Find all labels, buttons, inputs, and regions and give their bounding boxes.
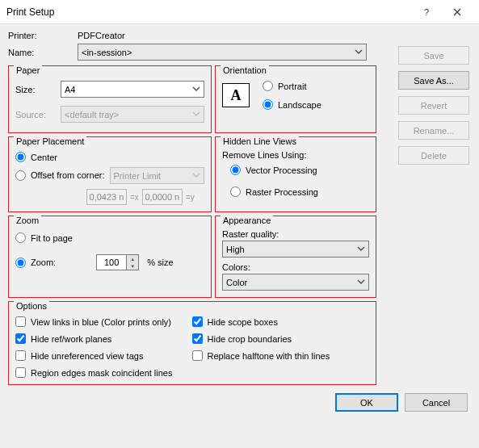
size-dropdown[interactable]: A4 bbox=[61, 81, 204, 98]
save-button: Save bbox=[398, 46, 469, 65]
offset-radio[interactable]: Offset from corner: bbox=[15, 170, 105, 181]
offset-x-input bbox=[86, 189, 127, 205]
fit-to-page-radio[interactable]: Fit to page bbox=[15, 232, 204, 243]
zoom-group: Zoom Fit to page Zoom: ▲▼ % size bbox=[8, 216, 212, 298]
options-group: Options View links in blue (Color prints… bbox=[8, 301, 376, 385]
placement-group: Paper Placement Center Offset from corne… bbox=[8, 136, 212, 212]
raster-quality-label: Raster quality: bbox=[222, 229, 369, 239]
offset-x-eq: =x bbox=[130, 193, 139, 202]
side-button-panel: Save Save As... Revert Rename... Delete bbox=[398, 46, 469, 171]
zoom-radio[interactable]: Zoom: bbox=[15, 257, 56, 268]
orientation-icon: A bbox=[222, 83, 250, 107]
portrait-radio[interactable]: Portrait bbox=[263, 81, 321, 91]
hidden-legend: Hidden Line Views bbox=[221, 136, 299, 146]
offset-y-eq: =y bbox=[186, 193, 195, 202]
rename-button: Rename... bbox=[398, 121, 469, 140]
colors-label: Colors: bbox=[222, 262, 369, 272]
chevron-down-icon bbox=[357, 245, 365, 253]
hide-scope-boxes-check[interactable]: Hide scope boxes bbox=[192, 316, 330, 327]
help-button[interactable]: ? bbox=[411, 0, 442, 24]
name-label: Name: bbox=[8, 48, 78, 57]
close-icon bbox=[453, 8, 461, 16]
ok-button[interactable]: OK bbox=[335, 393, 398, 412]
raster-quality-dropdown[interactable]: High bbox=[222, 241, 369, 257]
appearance-legend: Appearance bbox=[221, 216, 273, 225]
source-label: Source: bbox=[15, 110, 61, 119]
options-legend: Options bbox=[14, 301, 49, 311]
source-value: <default tray> bbox=[65, 110, 200, 119]
name-value: <in-session> bbox=[82, 48, 363, 57]
chevron-down-icon bbox=[355, 48, 363, 56]
delete-button: Delete bbox=[398, 146, 469, 165]
chevron-down-icon bbox=[192, 85, 200, 93]
close-button[interactable] bbox=[442, 0, 473, 24]
printer-label: Printer: bbox=[8, 31, 78, 40]
hide-crop-boundaries-check[interactable]: Hide crop boundaries bbox=[192, 333, 330, 344]
revert-button: Revert bbox=[398, 96, 469, 115]
printer-value: PDFCreator bbox=[78, 31, 471, 40]
name-dropdown[interactable]: <in-session> bbox=[78, 44, 367, 61]
save-as-button[interactable]: Save As... bbox=[398, 71, 469, 90]
region-edges-mask-check[interactable]: Region edges mask coincident lines bbox=[15, 367, 173, 378]
paper-legend: Paper bbox=[14, 65, 42, 75]
chevron-down-icon bbox=[192, 171, 200, 179]
vector-radio[interactable]: Vector Processing bbox=[230, 165, 369, 175]
raster-radio[interactable]: Raster Processing bbox=[230, 186, 369, 197]
landscape-radio[interactable]: Landscape bbox=[263, 99, 321, 110]
appearance-group: Appearance Raster quality: High Colors: … bbox=[215, 216, 376, 298]
replace-halftone-check[interactable]: Replace halftone with thin lines bbox=[192, 350, 330, 361]
placement-legend: Paper Placement bbox=[14, 136, 86, 146]
view-links-blue-check[interactable]: View links in blue (Color prints only) bbox=[15, 316, 173, 327]
size-value: A4 bbox=[65, 85, 200, 94]
size-label: Size: bbox=[15, 85, 61, 94]
colors-dropdown[interactable]: Color bbox=[222, 274, 369, 291]
zoom-legend: Zoom bbox=[14, 216, 41, 225]
chevron-down-icon bbox=[192, 110, 200, 118]
remove-lines-label: Remove Lines Using: bbox=[222, 150, 369, 160]
hide-ref-planes-check[interactable]: Hide ref/work planes bbox=[15, 333, 173, 344]
spin-up-icon[interactable]: ▲ bbox=[127, 255, 138, 262]
zoom-pct-label: % size bbox=[147, 257, 173, 267]
hide-unref-tags-check[interactable]: Hide unreferenced view tags bbox=[15, 350, 173, 361]
cancel-button[interactable]: Cancel bbox=[405, 393, 468, 412]
zoom-value-input[interactable] bbox=[96, 254, 127, 270]
offset-y-input bbox=[142, 189, 183, 205]
hidden-lines-group: Hidden Line Views Remove Lines Using: Ve… bbox=[215, 136, 376, 212]
zoom-spinner[interactable]: ▲▼ bbox=[96, 254, 139, 270]
chevron-down-icon bbox=[357, 278, 365, 286]
titlebar: Print Setup ? bbox=[0, 0, 479, 24]
dialog-title: Print Setup bbox=[6, 6, 411, 18]
offset-limit-dropdown: Printer Limit bbox=[110, 167, 205, 184]
orientation-legend: Orientation bbox=[221, 65, 269, 75]
paper-group: Paper Size: A4 Source: <default tray> bbox=[8, 65, 212, 133]
center-radio[interactable]: Center bbox=[15, 152, 204, 162]
spin-down-icon[interactable]: ▼ bbox=[127, 262, 138, 270]
source-dropdown: <default tray> bbox=[61, 106, 204, 123]
orientation-group: Orientation A Portrait Landscape bbox=[215, 65, 376, 133]
